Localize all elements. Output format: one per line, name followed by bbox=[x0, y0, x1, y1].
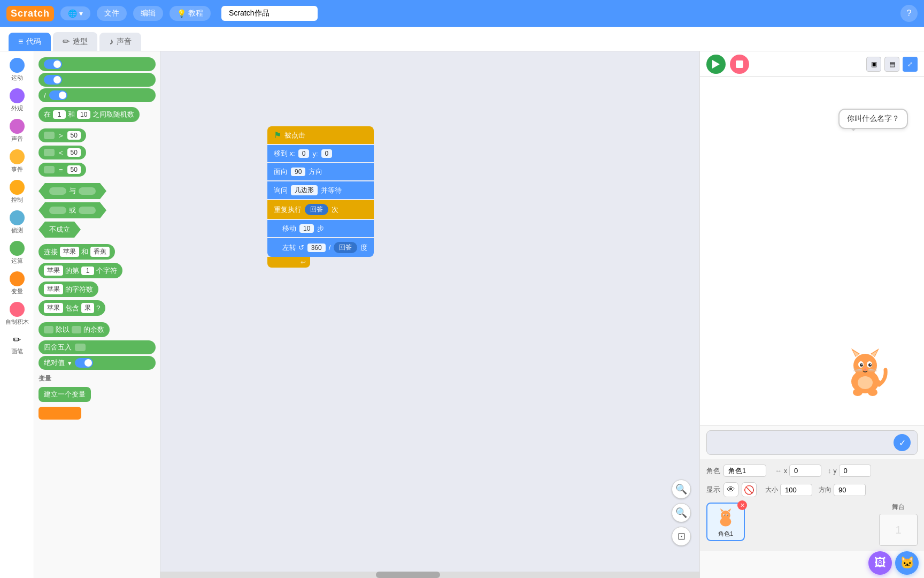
compare-input-1[interactable] bbox=[44, 132, 55, 139]
toggle-block-3[interactable]: / bbox=[38, 88, 156, 102]
sprite-selector: ✕ 角色1 bbox=[706, 503, 918, 546]
compare-input-3[interactable] bbox=[44, 166, 55, 173]
layout-large-btn[interactable]: ▤ bbox=[884, 57, 899, 72]
toggle-switch-2[interactable] bbox=[44, 75, 62, 85]
category-motion[interactable]: 运动 bbox=[2, 56, 32, 84]
ask-block[interactable]: 询问 几边形 并等待 bbox=[267, 181, 374, 199]
show-vis-btn[interactable]: 👁 bbox=[723, 482, 738, 497]
and-input2[interactable] bbox=[79, 187, 96, 195]
y-input[interactable] bbox=[839, 465, 871, 477]
add-scene-button[interactable]: 🖼 bbox=[868, 551, 892, 575]
repeat-block[interactable]: 重复执行 回答 次 bbox=[267, 200, 374, 219]
category-operator[interactable]: 运算 bbox=[2, 239, 32, 267]
layout-small-btn[interactable]: ▣ bbox=[866, 57, 881, 72]
red-stop-button[interactable] bbox=[730, 55, 749, 74]
category-sensing[interactable]: 侦测 bbox=[2, 208, 32, 237]
or-input1[interactable] bbox=[49, 207, 66, 214]
green-flag-button[interactable] bbox=[706, 55, 726, 74]
join-block[interactable]: 连接 苹果 和 香蕉 bbox=[38, 244, 115, 260]
tutorial-button[interactable]: 💡 教程 bbox=[170, 6, 211, 21]
var-block-orange[interactable] bbox=[38, 407, 81, 420]
move-steps-val[interactable]: 10 bbox=[299, 224, 314, 233]
toggle-switch-3[interactable] bbox=[49, 90, 67, 100]
sprite-name-input[interactable] bbox=[723, 465, 766, 477]
sprite-1-thumb[interactable]: ✕ 角色1 bbox=[706, 503, 745, 541]
file-menu-button[interactable]: 文件 bbox=[97, 6, 127, 21]
face-val[interactable]: 90 bbox=[291, 168, 305, 176]
help-button[interactable]: ? bbox=[900, 5, 918, 22]
mod-input1[interactable] bbox=[44, 326, 53, 333]
compare-gt-block[interactable]: > 50 bbox=[38, 128, 86, 142]
category-control[interactable]: 控制 bbox=[2, 178, 32, 206]
answer-area: ✓ bbox=[706, 430, 918, 455]
repeat-answer[interactable]: 回答 bbox=[305, 204, 328, 215]
random-block[interactable]: 在 1 和 10 之间取随机数 bbox=[38, 107, 140, 122]
expand-stage-btn[interactable]: ⤢ bbox=[903, 57, 918, 72]
hide-vis-btn[interactable]: 🚫 bbox=[742, 482, 757, 497]
stage-thumb[interactable]: 1 bbox=[879, 514, 918, 546]
answer-input[interactable] bbox=[713, 438, 889, 447]
when-flag-block[interactable]: ⚑ 被点击 bbox=[267, 126, 374, 144]
category-custom[interactable]: 自制积木 bbox=[2, 300, 32, 328]
svg-marker-25 bbox=[728, 508, 731, 512]
compare-input-2[interactable] bbox=[44, 149, 55, 156]
dir-input[interactable] bbox=[834, 484, 866, 496]
toggle-block-1[interactable] bbox=[38, 57, 156, 71]
fit-screen-button[interactable]: ⊡ bbox=[672, 527, 691, 546]
compare-eq-block[interactable]: = 50 bbox=[38, 163, 86, 177]
face-label: 面向 bbox=[274, 167, 288, 177]
make-var-block[interactable]: 建立一个变量 bbox=[38, 387, 91, 402]
zoom-out-button[interactable]: 🔍 bbox=[672, 503, 691, 522]
tab-costume[interactable]: ✏ 造型 bbox=[53, 32, 97, 51]
toggle-switch-1[interactable] bbox=[44, 59, 62, 69]
zoom-in-button[interactable]: 🔍 bbox=[672, 480, 691, 499]
not-block[interactable]: 不成立 bbox=[38, 222, 81, 238]
and-label: 与 bbox=[69, 186, 76, 196]
mod-block[interactable]: 除以 的余数 bbox=[38, 322, 110, 337]
category-looks[interactable]: 外观 bbox=[2, 86, 32, 115]
cat-sprite[interactable] bbox=[838, 343, 892, 404]
turn-left-block[interactable]: 左转 ↺ 360 / 回答 度 bbox=[267, 238, 374, 257]
scratch-logo[interactable]: Scratch bbox=[6, 6, 54, 21]
x-input[interactable] bbox=[789, 465, 821, 477]
abs-block[interactable]: 绝对值 ▾ bbox=[38, 356, 156, 370]
abs-dropdown[interactable]: ▾ bbox=[68, 359, 72, 367]
turn-answer[interactable]: 回答 bbox=[334, 242, 357, 253]
random-suffix: 之间取随机数 bbox=[93, 110, 134, 119]
tab-sound[interactable]: ♪ 声音 bbox=[99, 33, 141, 51]
and-input1[interactable] bbox=[49, 187, 66, 195]
category-draw[interactable]: ✏ 画笔 bbox=[2, 330, 32, 358]
sprite-delete-btn[interactable]: ✕ bbox=[737, 500, 747, 510]
globe-button[interactable]: 🌐 ▾ bbox=[60, 6, 90, 20]
and-block[interactable]: 与 bbox=[38, 183, 106, 199]
face-dir-block[interactable]: 面向 90 方向 bbox=[267, 163, 374, 180]
compare-lt-block[interactable]: < 50 bbox=[38, 146, 86, 159]
category-events[interactable]: 事件 bbox=[2, 147, 32, 176]
string-group: 连接 苹果 和 香蕉 苹果 的第 1 个字符 苹果 的字符数 bbox=[38, 242, 156, 317]
or-block[interactable]: 或 bbox=[38, 202, 106, 218]
turn-degrees[interactable]: 360 bbox=[307, 244, 326, 252]
or-input2[interactable] bbox=[79, 207, 96, 214]
length-block[interactable]: 苹果 的字符数 bbox=[38, 282, 98, 297]
abs-toggle[interactable] bbox=[75, 358, 93, 368]
mod-input2[interactable] bbox=[72, 326, 81, 333]
move-xy-block[interactable]: 移到 x: 0 y: 0 bbox=[267, 145, 374, 162]
project-name-input[interactable] bbox=[221, 6, 318, 21]
add-sprite-button[interactable]: 🐱 bbox=[895, 551, 919, 575]
ask-val[interactable]: 几边形 bbox=[291, 185, 318, 195]
round-input[interactable] bbox=[75, 344, 86, 351]
toggle-block-2[interactable] bbox=[38, 73, 156, 87]
letter-block[interactable]: 苹果 的第 1 个字符 bbox=[38, 263, 122, 278]
category-variable[interactable]: 变量 bbox=[2, 269, 32, 298]
canvas-hscroll[interactable] bbox=[160, 572, 699, 578]
answer-confirm-button[interactable]: ✓ bbox=[894, 434, 911, 451]
contains-block[interactable]: 苹果 包含 果 ? bbox=[38, 300, 105, 316]
move-y-val[interactable]: 0 bbox=[321, 149, 333, 158]
edit-menu-button[interactable]: 编辑 bbox=[133, 6, 163, 21]
size-input[interactable] bbox=[780, 484, 812, 496]
round-block[interactable]: 四舍五入 bbox=[38, 340, 156, 354]
move-x-val[interactable]: 0 bbox=[298, 149, 310, 158]
move-steps-block[interactable]: 移动 10 步 bbox=[267, 220, 374, 237]
tab-code[interactable]: ≡ 代码 bbox=[9, 33, 51, 51]
category-sound[interactable]: 声音 bbox=[2, 117, 32, 145]
